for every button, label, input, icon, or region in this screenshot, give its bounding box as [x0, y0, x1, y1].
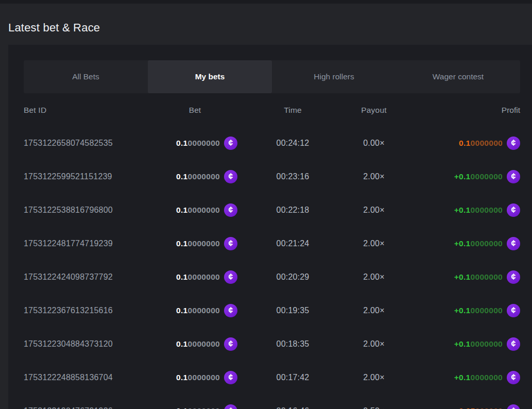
coin-icon: ¢: [224, 304, 237, 317]
coin-icon: ¢: [224, 170, 237, 183]
coin-icon: ¢: [507, 371, 520, 384]
col-header-payout: Payout: [348, 106, 400, 115]
table-header-row: Bet ID Bet Time Payout Profit: [24, 97, 520, 123]
coin-icon: ¢: [507, 270, 520, 284]
coin-icon: ¢: [224, 404, 237, 409]
bet-amount-significant: 0.1: [176, 239, 187, 248]
bet-id-value: 1753122599521151239: [24, 172, 152, 181]
coin-icon: ¢: [507, 170, 520, 183]
tab-all-bets[interactable]: All Bets: [24, 60, 148, 93]
profit-significant: 0.05: [459, 406, 475, 409]
bet-amount-significant: 0.1: [176, 272, 187, 282]
tab-label: All Bets: [72, 72, 99, 81]
bet-amount-zeros: 0000000: [188, 239, 220, 248]
profit-significant: 0.1: [459, 139, 470, 148]
profit-zeros: 000000: [475, 406, 503, 409]
bet-amount-significant: 0.1: [176, 306, 187, 315]
bet-time-value: 00:23:16: [237, 172, 348, 181]
coin-icon: ¢: [507, 337, 520, 351]
bet-amount-significant: 0.1: [176, 206, 187, 215]
bet-amount-zeros: 0000000: [188, 306, 220, 315]
table-body: 1753122658074582535 0.10000000 ¢ 00:24:1…: [24, 126, 520, 409]
bet-amount-zeros: 0000000: [188, 373, 220, 382]
bet-amount-zeros: 0000000: [188, 272, 220, 282]
coin-icon: ¢: [224, 237, 237, 250]
page-title: Latest bet & Race: [8, 21, 532, 35]
bet-time-value: 00:20:29: [237, 272, 348, 282]
payout-multiplier-value: 0.50×: [348, 406, 400, 409]
profit-zeros: 0000000: [471, 239, 503, 248]
table-row[interactable]: 1753122424098737792 0.10000000 ¢ 00:20:2…: [24, 260, 520, 294]
profit-zeros: 0000000: [471, 373, 503, 382]
bet-id-value: 1753122481774719239: [24, 239, 152, 248]
payout-multiplier-value: 2.00×: [348, 239, 400, 248]
tab-label: High rollers: [314, 72, 354, 81]
profit-zeros: 0000000: [471, 306, 503, 315]
tab-my-bets[interactable]: My bets: [148, 60, 272, 93]
col-header-bet: Bet: [152, 106, 237, 115]
bet-amount-zeros: 0000000: [188, 172, 220, 181]
table-row[interactable]: 1753122538816796800 0.10000000 ¢ 00:22:1…: [24, 193, 520, 227]
top-edge-strip: [0, 0, 532, 4]
coin-icon: ¢: [224, 270, 237, 284]
table-row[interactable]: 1753122481774719239 0.10000000 ¢ 00:21:2…: [24, 227, 520, 260]
profit-significant: +0.1: [454, 206, 471, 215]
bet-amount-significant: 0.1: [176, 139, 187, 148]
profit-significant: +0.1: [454, 306, 471, 315]
bet-amount-zeros: 0000000: [188, 339, 220, 349]
table-row[interactable]: 1753122658074582535 0.10000000 ¢ 00:24:1…: [24, 126, 520, 160]
profit-zeros: 0000000: [471, 272, 503, 282]
col-header-time: Time: [237, 106, 348, 115]
table-row[interactable]: 1753122248858136704 0.10000000 ¢ 00:17:4…: [24, 361, 520, 394]
profit-zeros: 0000000: [471, 172, 503, 181]
tab-high-rollers[interactable]: High rollers: [272, 60, 396, 93]
table-row[interactable]: 1753122599521151239 0.10000000 ¢ 00:23:1…: [24, 160, 520, 193]
bet-time-value: 00:21:24: [237, 239, 348, 248]
table-row[interactable]: 1753122304884373120 0.10000000 ¢ 00:18:3…: [24, 327, 520, 361]
coin-icon: ¢: [507, 203, 520, 217]
table-row[interactable]: 1753122367613215616 0.10000000 ¢ 00:19:3…: [24, 294, 520, 327]
table-row[interactable]: 1753122190476791936 0.10000000 ¢ 00:16:4…: [24, 394, 520, 409]
coin-icon: ¢: [507, 404, 520, 409]
bet-time-value: 00:17:42: [237, 373, 348, 382]
bet-id-value: 1753122424098737792: [24, 272, 152, 282]
bet-id-value: 1753122658074582535: [24, 139, 152, 148]
bet-amount-significant: 0.1: [176, 172, 187, 181]
profit-zeros: 0000000: [471, 139, 503, 148]
coin-icon: ¢: [224, 371, 237, 384]
coin-icon: ¢: [507, 137, 520, 150]
profit-zeros: 0000000: [471, 339, 503, 349]
payout-multiplier-value: 2.00×: [348, 373, 400, 382]
payout-multiplier-value: 2.00×: [348, 172, 400, 181]
tab-wager-contest[interactable]: Wager contest: [396, 60, 520, 93]
payout-multiplier-value: 0.00×: [348, 139, 400, 148]
payout-multiplier-value: 2.00×: [348, 272, 400, 282]
profit-significant: +0.1: [454, 373, 471, 382]
profit-zeros: 0000000: [471, 206, 503, 215]
bet-amount-zeros: 0000000: [188, 139, 220, 148]
bet-time-value: 00:24:12: [237, 139, 348, 148]
bet-id-value: 1753122538816796800: [24, 206, 152, 215]
profit-significant: +0.1: [454, 172, 471, 181]
bet-time-value: 00:16:46: [237, 406, 348, 409]
col-header-profit: Profit: [400, 106, 520, 115]
coin-icon: ¢: [224, 137, 237, 150]
payout-multiplier-value: 2.00×: [348, 206, 400, 215]
bet-amount-zeros: 0000000: [188, 206, 220, 215]
profit-significant: +0.1: [454, 339, 471, 349]
bet-amount-zeros: 0000000: [188, 406, 220, 409]
bet-amount-significant: 0.1: [176, 406, 187, 409]
coin-icon: ¢: [507, 304, 520, 317]
bet-id-value: 1753122248858136704: [24, 373, 152, 382]
bets-tabbar: All Bets My bets High rollers Wager cont…: [24, 60, 520, 93]
payout-multiplier-value: 2.00×: [348, 306, 400, 315]
payout-multiplier-value: 2.00×: [348, 339, 400, 349]
bet-id-value: 1753122190476791936: [24, 406, 152, 409]
bet-amount-significant: 0.1: [176, 373, 187, 382]
coin-icon: ¢: [507, 237, 520, 250]
bet-amount-significant: 0.1: [176, 339, 187, 349]
bet-time-value: 00:19:35: [237, 306, 348, 315]
col-header-bet-id: Bet ID: [24, 106, 152, 115]
coin-icon: ¢: [224, 203, 237, 217]
tab-label: Wager contest: [433, 72, 484, 81]
